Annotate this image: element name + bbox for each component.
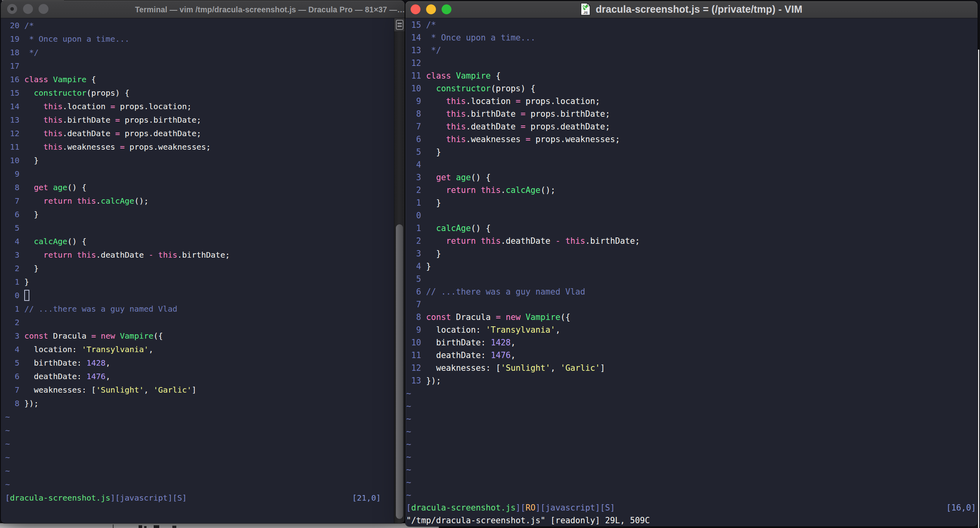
code-line: 8 }); [5,397,39,410]
code-line: 4 calcAge() { [5,235,87,248]
macvim-titlebar[interactable]: JS dracula-screenshot.js = (/private/tmp… [405,1,978,18]
svg-text:JS: JS [583,11,588,15]
code-line: 3 get age() { [406,171,491,184]
code-line: 14 this.location = props.location; [5,100,192,113]
vim-cmdline: "/tmp/dracula-screenshot.js" [readonly] … [406,514,650,526]
code-line: 12 weaknesses: ['Sunlight', 'Garlic'] [406,362,605,374]
tilde-line: ~ [5,424,10,437]
code-line: 7 weaknesses: ['Sunlight', 'Garlic'] [5,383,197,397]
window-title: Terminal — vim /tmp/dracula-screenshot.j… [135,0,405,18]
tilde-line: ~ [406,451,411,463]
vim-statusline: [dracula-screenshot.js][RO][javascript][… [406,501,615,514]
scrollbar-thumb[interactable] [396,224,403,519]
tilde-line: ~ [5,464,10,478]
tilde-line: ~ [406,400,411,412]
code-line: 9 location: 'Transylvania', [406,324,560,336]
code-line: 1 } [5,275,29,289]
tilde-line: ~ [5,478,10,491]
code-line: 10 birthDate: 1428, [406,336,516,349]
code-line: 8 get age() { [5,181,87,194]
code-line: 7 [406,298,426,311]
background-glyph-fragment [172,526,176,528]
window-title: dracula-screenshot.js = (/private/tmp) -… [596,4,803,15]
code-line: 10 constructor(props) { [406,82,536,95]
zoom-button[interactable] [39,4,48,14]
background-glyph-fragment [154,525,159,528]
background-window-edge-right [978,50,979,528]
code-line: 11 deathDate: 1476, [406,349,516,362]
code-line: 2 } [5,262,39,275]
code-line: 2 return this.deathDate - this.birthDate… [406,235,640,247]
code-line: 3 } [406,247,441,260]
tilde-line: ~ [406,476,411,489]
code-line: 6 } [5,208,39,221]
code-line: 4 } [406,260,431,273]
code-line: 8 const Dracula = new Vampire({ [406,311,570,324]
code-line: 5 } [406,146,441,158]
code-line: 0 [5,289,24,302]
code-line: 14 * Once upon a time... [406,31,536,44]
code-line: 2 return this.calcAge(); [406,184,556,197]
tilde-line: ~ [406,425,411,438]
vim-ruler: [16,0] [946,501,976,514]
code-line: 13 this.birthDate = props.birthDate; [5,113,201,127]
tilde-line: ~ [406,463,411,476]
code-line: 0 [406,209,426,222]
code-line: 1 calcAge() { [406,222,491,235]
close-button[interactable] [7,4,17,14]
tilde-line: ~ [406,489,411,501]
code-line: 16 class Vampire { [5,73,96,86]
background-glyph-fragment [144,526,147,528]
vim-cursor-hollow [24,290,29,301]
tilde-line: ~ [406,438,411,451]
code-line: 6 this.weaknesses = props.weaknesses; [406,133,620,146]
code-line: 20 /* [5,19,34,32]
code-line: 18 */ [5,46,39,59]
code-line: 5 birthDate: 1428, [5,356,110,370]
desktop-strip-bottom [0,523,439,528]
terminal-scrollbar-track[interactable] [394,18,405,523]
code-line: 10 } [5,154,39,167]
vim-ruler: [21,0] [352,491,381,505]
code-line: 12 [406,57,426,69]
code-line: 6 deathDate: 1476, [5,370,110,383]
terminal-titlebar[interactable]: Terminal — vim /tmp/dracula-screenshot.j… [1,0,405,18]
code-line: 3 return this.deathDate - this.birthDate… [5,248,230,262]
terminal-buffer[interactable]: 20 /* 19 * Once upon a time... 18 */ 17 … [1,18,394,523]
tilde-line: ~ [406,387,411,400]
code-line: 17 [5,59,24,73]
code-line: 15 constructor(props) { [5,86,129,100]
code-line: 3 const Dracula = new Vampire({ [5,329,163,343]
tilde-line: ~ [5,437,10,451]
code-line: 1 // ...there was a guy named Vlad [5,302,177,316]
code-line: 19 * Once upon a time... [5,32,129,46]
code-line: 9 this.location = props.location; [406,95,600,108]
code-line: 15 /* [406,19,436,31]
code-line: 5 [406,273,426,285]
code-line: 2 [5,316,24,329]
code-line: 7 this.deathDate = props.deathDate; [406,120,610,133]
code-line: 11 class Vampire { [406,69,501,82]
code-line: 8 this.birthDate = props.birthDate; [406,108,610,120]
code-line: 13 */ [406,44,441,57]
minimize-button[interactable] [23,4,33,14]
code-line: 1 } [406,197,441,209]
code-line: 4 location: 'Transylvania', [5,343,153,356]
code-line: 9 [5,167,24,181]
desktop: { "theme": { "editor_background": "#2123… [0,0,980,528]
code-line: 13 }); [406,374,441,387]
tilde-line: ~ [406,412,411,425]
code-line: 6 // ...there was a guy named Vlad [406,285,585,298]
code-line: 7 return this.calcAge(); [5,194,149,208]
code-line: 5 [5,221,24,235]
tilde-line: ~ [5,410,10,424]
background-vertical-line [113,524,114,528]
macvim-window: JS dracula-screenshot.js = (/private/tmp… [405,1,978,526]
split-pane-icon[interactable] [396,20,403,30]
macvim-buffer[interactable]: 15 /* 14 * Once upon a time... 13 */ 12 … [405,18,978,526]
vim-statusline: [dracula-screenshot.js][javascript][S] [5,491,187,505]
code-line: 12 this.deathDate = props.deathDate; [5,127,201,140]
background-glyph-fragment [139,525,142,528]
js-document-icon: JS [581,3,590,15]
code-line: 4 [406,158,426,171]
